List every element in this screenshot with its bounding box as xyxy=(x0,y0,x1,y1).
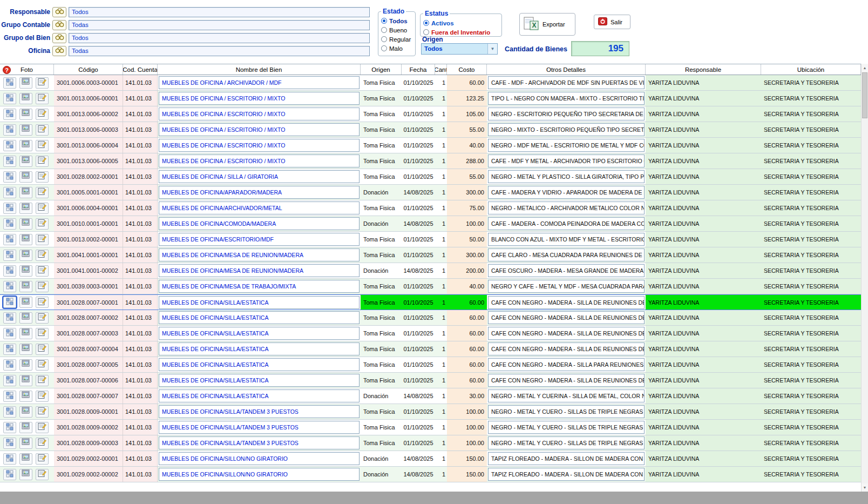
table-row[interactable]: 3001.0005.0001-00001141.01.03MUEBLES DE … xyxy=(0,185,861,200)
detail-grid-button[interactable] xyxy=(3,234,16,245)
radio-option-malo[interactable]: Malo xyxy=(381,44,412,53)
photo-viewer-button[interactable] xyxy=(19,265,32,277)
photo-viewer-button[interactable] xyxy=(19,328,32,339)
photo-viewer-button[interactable] xyxy=(19,297,32,308)
table-row[interactable]: 3001.0013.0006-00004141.01.03MUEBLES DE … xyxy=(0,138,861,153)
photo-viewer-button[interactable] xyxy=(19,187,32,198)
photo-viewer-button[interactable] xyxy=(19,171,32,183)
table-row[interactable]: 3001.0006.0003-00001141.01.03MUEBLES DE … xyxy=(0,75,861,91)
table-row[interactable]: 3001.0010.0001-00001141.01.03MUEBLES DE … xyxy=(0,216,861,232)
binoculars-search-button[interactable] xyxy=(52,7,66,17)
detail-grid-button[interactable] xyxy=(3,140,16,151)
photo-viewer-button[interactable] xyxy=(19,391,32,402)
edit-form-button[interactable] xyxy=(36,265,49,277)
photo-viewer-button[interactable] xyxy=(19,469,32,480)
help-icon[interactable]: ? xyxy=(3,66,11,74)
edit-form-button[interactable] xyxy=(36,422,49,433)
detail-grid-button[interactable] xyxy=(3,281,16,292)
vertical-scrollbar[interactable]: ▲ ▼ xyxy=(861,64,868,492)
photo-viewer-button[interactable] xyxy=(19,156,32,167)
photo-viewer-button[interactable] xyxy=(19,312,32,324)
photo-viewer-button[interactable] xyxy=(19,93,32,104)
chevron-down-icon[interactable]: ▼ xyxy=(487,44,497,54)
export-button[interactable]: X Exportar xyxy=(519,13,575,36)
detail-grid-button[interactable] xyxy=(3,156,16,167)
photo-viewer-button[interactable] xyxy=(19,77,32,89)
radio-option-bueno[interactable]: Bueno xyxy=(381,25,412,35)
binoculars-search-button[interactable] xyxy=(52,20,66,30)
table-row[interactable]: 3001.0028.0007-00004141.01.03MUEBLES DE … xyxy=(0,341,861,357)
edit-form-button[interactable] xyxy=(36,234,49,245)
edit-form-button[interactable] xyxy=(36,453,49,465)
table-row[interactable]: 3001.0039.0003-00001141.01.03MUEBLES DE … xyxy=(0,279,861,294)
detail-grid-button[interactable] xyxy=(3,297,16,308)
photo-viewer-button[interactable] xyxy=(19,422,32,433)
filter-value-input[interactable]: Todas xyxy=(69,46,370,56)
detail-grid-button[interactable] xyxy=(3,171,16,183)
edit-form-button[interactable] xyxy=(36,203,49,214)
table-row[interactable]: 3001.0029.0002-00001141.01.03MUEBLES DE … xyxy=(0,451,861,467)
detail-grid-button[interactable] xyxy=(3,359,16,371)
table-row[interactable]: 3001.0028.0009-00001141.01.03MUEBLES DE … xyxy=(0,404,861,420)
photo-viewer-button[interactable] xyxy=(19,453,32,465)
edit-form-button[interactable] xyxy=(36,344,49,355)
edit-form-button[interactable] xyxy=(36,406,49,418)
table-row[interactable]: 3001.0041.0001-00002141.01.03MUEBLES DE … xyxy=(0,263,861,279)
filter-value-input[interactable]: Todos xyxy=(69,7,370,17)
edit-form-button[interactable] xyxy=(36,281,49,292)
photo-viewer-button[interactable] xyxy=(19,140,32,151)
photo-viewer-button[interactable] xyxy=(19,124,32,136)
radio-option-todos[interactable]: Todos xyxy=(381,16,412,25)
edit-form-button[interactable] xyxy=(36,359,49,371)
table-row[interactable]: 3001.0041.0001-00001141.01.03MUEBLES DE … xyxy=(0,247,861,263)
table-row[interactable]: 3001.0013.0006-00003141.01.03MUEBLES DE … xyxy=(0,122,861,138)
edit-form-button[interactable] xyxy=(36,328,49,339)
table-row[interactable]: 3001.0028.0009-00002141.01.03MUEBLES DE … xyxy=(0,420,861,435)
filter-value-input[interactable]: Todas xyxy=(69,20,370,30)
exit-button[interactable]: Salir xyxy=(594,15,630,29)
edit-form-button[interactable] xyxy=(36,375,49,386)
table-row[interactable]: 3001.0013.0002-00001141.01.03MUEBLES DE … xyxy=(0,232,861,247)
table-row[interactable]: 3001.0028.0007-00006141.01.03MUEBLES DE … xyxy=(0,373,861,388)
table-row[interactable]: 3001.0028.0002-00001141.01.03MUEBLES DE … xyxy=(0,169,861,185)
edit-form-button[interactable] xyxy=(36,156,49,167)
photo-viewer-button[interactable] xyxy=(19,281,32,292)
photo-viewer-button[interactable] xyxy=(19,375,32,386)
detail-grid-button[interactable] xyxy=(3,438,16,449)
photo-viewer-button[interactable] xyxy=(19,344,32,355)
edit-form-button[interactable] xyxy=(36,218,49,230)
detail-grid-button[interactable] xyxy=(3,109,16,120)
scroll-down-arrow-icon[interactable]: ▼ xyxy=(862,483,868,492)
edit-form-button[interactable] xyxy=(36,187,49,198)
photo-viewer-button[interactable] xyxy=(19,406,32,418)
detail-grid-button[interactable] xyxy=(3,406,16,418)
detail-grid-button[interactable] xyxy=(3,265,16,277)
edit-form-button[interactable] xyxy=(36,469,49,480)
detail-grid-button[interactable] xyxy=(3,250,16,261)
edit-form-button[interactable] xyxy=(36,77,49,89)
detail-grid-button[interactable] xyxy=(3,422,16,433)
photo-viewer-button[interactable] xyxy=(19,203,32,214)
edit-form-button[interactable] xyxy=(36,312,49,324)
table-row[interactable]: 3001.0029.0002-00002141.01.03MUEBLES DE … xyxy=(0,467,861,482)
filter-value-input[interactable]: Todos xyxy=(69,33,370,43)
table-row[interactable]: 3001.0013.0006-00002141.01.03MUEBLES DE … xyxy=(0,106,861,122)
table-row[interactable]: 3001.0028.0007-00003141.01.03MUEBLES DE … xyxy=(0,326,861,341)
edit-form-button[interactable] xyxy=(36,171,49,183)
detail-grid-button[interactable] xyxy=(3,453,16,465)
edit-form-button[interactable] xyxy=(36,109,49,120)
radio-option-regular[interactable]: Regular xyxy=(381,35,412,44)
detail-grid-button[interactable] xyxy=(3,469,16,480)
table-row[interactable]: 3001.0028.0007-00005141.01.03MUEBLES DE … xyxy=(0,357,861,373)
table-row[interactable]: 3001.0028.0007-00007141.01.03MUEBLES DE … xyxy=(0,388,861,404)
binoculars-search-button[interactable] xyxy=(52,46,66,56)
table-row[interactable]: 3001.0006.0004-00001141.01.03MUEBLES DE … xyxy=(0,200,861,216)
table-row[interactable]: 3001.0028.0007-00001141.01.03MUEBLES DE … xyxy=(0,294,861,310)
photo-viewer-button[interactable] xyxy=(19,218,32,230)
edit-form-button[interactable] xyxy=(36,250,49,261)
radio-option-activos[interactable]: Activos xyxy=(423,18,499,28)
detail-grid-button[interactable] xyxy=(3,187,16,198)
detail-grid-button[interactable] xyxy=(3,203,16,214)
edit-form-button[interactable] xyxy=(36,93,49,104)
table-row[interactable]: 3001.0028.0007-00002141.01.03MUEBLES DE … xyxy=(0,310,861,326)
